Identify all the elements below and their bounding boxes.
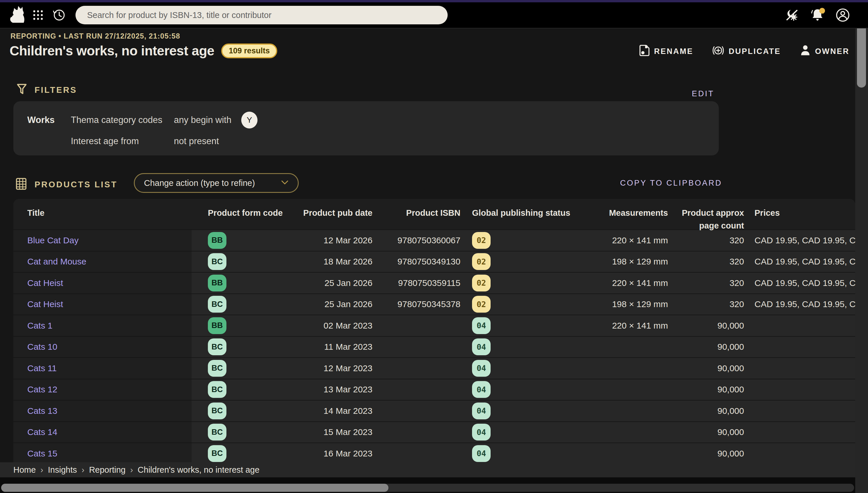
column-header[interactable]: Product approx page count <box>671 199 746 232</box>
form-code-cell: BC <box>191 339 297 355</box>
breadcrumb-item[interactable]: Home <box>13 465 36 475</box>
title-cell: Cats 10 <box>13 337 191 358</box>
apps-grid-icon[interactable] <box>32 9 44 21</box>
publishing-status-badge: 04 <box>472 381 491 398</box>
product-title-link[interactable]: Cats 11 <box>27 363 57 373</box>
title-cell: Cats 14 <box>13 422 191 443</box>
page-count-cell: 320 <box>671 235 746 245</box>
table-row[interactable]: Cats 12 BC 13 Mar 2023 04 90,000 <box>13 379 855 400</box>
page-count-cell: 90,000 <box>671 385 746 394</box>
prices-cell: CAD 19.95, CAD 19.95, CAD 1 <box>746 257 855 266</box>
form-code-badge: BC <box>208 296 226 313</box>
account-icon[interactable] <box>835 7 851 23</box>
measurements-cell: 198 × 129 mm <box>591 257 671 266</box>
table-row[interactable]: Cats 13 BC 14 Mar 2023 04 90,000 <box>13 400 855 421</box>
column-header[interactable]: Prices <box>746 199 855 232</box>
filter-funnel-icon <box>17 84 27 96</box>
prices-cell: CAD 19.95, CAD 19.95, CAD 1 <box>746 278 855 288</box>
publishing-status-badge: 04 <box>472 424 491 441</box>
column-header[interactable]: Global publishing status <box>463 199 591 232</box>
product-title-link[interactable]: Blue Cat Day <box>27 235 79 245</box>
product-title-link[interactable]: Cat Heist <box>27 278 63 288</box>
products-table: TitleProduct form codeProduct pub datePr… <box>13 199 855 462</box>
form-code-badge: BC <box>208 445 226 462</box>
pub-date-cell: 16 Mar 2023 <box>297 449 375 458</box>
search-bar <box>76 6 448 24</box>
page-count-cell: 90,000 <box>671 321 746 330</box>
bell-icon[interactable] <box>809 7 826 23</box>
pub-date-cell: 18 Mar 2026 <box>297 257 375 266</box>
change-action-dropdown[interactable]: Change action (type to refine) <box>134 173 299 193</box>
column-header[interactable]: Title <box>13 199 191 232</box>
page-count-cell: 90,000 <box>671 449 746 458</box>
publishing-status-cell: 04 <box>463 339 591 355</box>
isbn-cell: 9780750345378 <box>375 299 463 309</box>
top-accent-stripe <box>0 0 868 2</box>
search-input[interactable] <box>76 6 448 24</box>
owner-button[interactable]: OWNER <box>800 44 850 59</box>
table-row[interactable]: Cats 1 BB 02 Mar 2023 04 220 × 141 mm 90… <box>13 315 855 336</box>
person-icon <box>800 44 811 59</box>
form-code-cell: BB <box>191 317 297 334</box>
publishing-status-cell: 02 <box>463 275 591 292</box>
table-row[interactable]: Blue Cat Day BB 12 Mar 2026 978075036006… <box>13 229 855 251</box>
measurements-cell: 220 × 141 mm <box>591 278 671 288</box>
column-header[interactable]: Measurements <box>591 199 671 232</box>
table-row[interactable]: Cats 15 BC 16 Mar 2023 04 90,000 <box>13 443 855 462</box>
publishing-status-badge: 04 <box>472 403 491 419</box>
form-code-cell: BC <box>191 296 297 313</box>
form-code-cell: BC <box>191 253 297 270</box>
publishing-status-badge: 02 <box>472 253 491 270</box>
table-row[interactable]: Cats 14 BC 15 Mar 2023 04 90,000 <box>13 421 855 443</box>
table-row[interactable]: Cats 11 BC 12 Mar 2023 04 90,000 <box>13 357 855 379</box>
form-code-badge: BC <box>208 424 226 441</box>
product-title-link[interactable]: Cat Heist <box>27 299 63 309</box>
publishing-status-cell: 04 <box>463 317 591 334</box>
breadcrumb-separator: › <box>82 465 84 475</box>
table-row[interactable]: Cat Heist BC 25 Jan 2026 9780750345378 0… <box>13 294 855 315</box>
product-title-link[interactable]: Cats 12 <box>27 385 57 394</box>
measurements-cell: 198 × 129 mm <box>591 299 671 309</box>
table-row[interactable]: Cat and Mouse BC 18 Mar 2026 97807503491… <box>13 251 855 272</box>
column-header[interactable]: Product form code <box>191 199 297 232</box>
report-eyebrow: REPORTING • LAST RUN 27/12/2025, 21:05:5… <box>11 32 180 40</box>
column-header[interactable]: Product ISBN <box>375 199 463 232</box>
cat-logo-icon[interactable] <box>7 5 24 25</box>
copy-to-clipboard-button[interactable]: COPY TO CLIPBOARD <box>620 179 722 188</box>
horizontal-scrollbar-thumb[interactable] <box>1 484 388 492</box>
isbn-cell: 9780750360067 <box>375 235 463 245</box>
title-cell: Cat Heist <box>13 273 191 294</box>
rename-button[interactable]: RENAME <box>639 44 693 59</box>
filter-operator-label: not present <box>174 136 219 147</box>
change-action-value: Change action (type to refine) <box>144 178 255 188</box>
product-title-link[interactable]: Cats 15 <box>27 449 57 458</box>
product-title-link[interactable]: Cats 10 <box>27 342 57 352</box>
breadcrumb-item[interactable]: Reporting <box>89 465 126 475</box>
breadcrumb-separator: › <box>40 465 43 475</box>
title-cell: Blue Cat Day <box>13 230 191 251</box>
table-row[interactable]: Cats 10 BC 11 Mar 2023 04 90,000 <box>13 336 855 358</box>
product-title-link[interactable]: Cat and Mouse <box>27 257 86 266</box>
product-title-link[interactable]: Cats 1 <box>27 321 53 330</box>
duplicate-button[interactable]: DUPLICATE <box>712 44 781 59</box>
pub-date-cell: 02 Mar 2023 <box>297 321 375 330</box>
title-cell: Cats 12 <box>13 379 191 400</box>
table-header-row: TitleProduct form codeProduct pub datePr… <box>13 199 855 229</box>
product-title-link[interactable]: Cats 14 <box>27 427 57 437</box>
form-code-cell: BB <box>191 275 297 292</box>
form-code-cell: BC <box>191 424 297 441</box>
pub-date-cell: 15 Mar 2023 <box>297 427 375 437</box>
table-row[interactable]: Cat Heist BB 25 Jan 2026 9780750359115 0… <box>13 272 855 294</box>
publishing-status-cell: 02 <box>463 232 591 249</box>
breadcrumb-item[interactable]: Insights <box>48 465 77 475</box>
column-header[interactable]: Product pub date <box>297 199 375 232</box>
filter-group-label: Works <box>27 115 71 125</box>
edit-filters-button[interactable]: EDIT <box>692 89 714 98</box>
measurements-cell: 220 × 141 mm <box>591 235 671 245</box>
history-icon[interactable] <box>52 8 66 22</box>
page-count-cell: 90,000 <box>671 427 746 437</box>
title-cell: Cat and Mouse <box>13 252 191 272</box>
product-title-link[interactable]: Cats 13 <box>27 406 57 416</box>
breadcrumb-separator: › <box>130 465 133 475</box>
theme-toggle-icon[interactable] <box>784 7 800 23</box>
